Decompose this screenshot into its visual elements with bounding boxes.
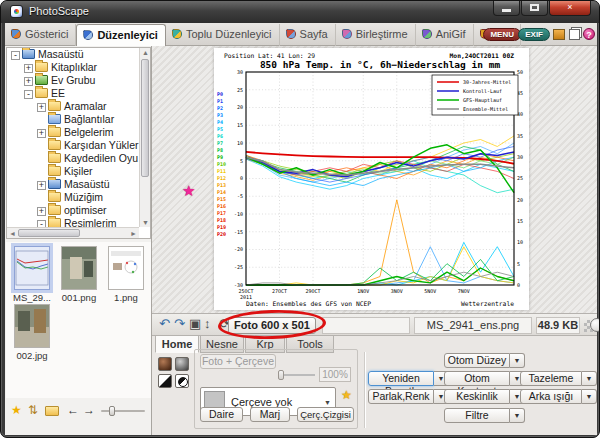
- svg-text:Wetterzentrale: Wetterzentrale: [461, 300, 514, 307]
- margin-button[interactable]: Marj: [250, 407, 290, 422]
- svg-text:5: 5: [517, 261, 520, 267]
- expand-icon[interactable]: +: [37, 181, 46, 190]
- tree-item-müziğim[interactable]: Müziğim: [7, 191, 150, 204]
- blackwhite-swatch-button[interactable]: [158, 374, 172, 388]
- tree-item-bağlantılar[interactable]: Bağlantılar: [7, 113, 150, 126]
- tab-sayfa[interactable]: Sayfa: [280, 24, 336, 46]
- chevron-down-icon[interactable]: ▼: [582, 371, 597, 386]
- tree-item-kaydedilen-oyu[interactable]: Kaydedilen Oyu: [7, 152, 150, 165]
- collapse-icon[interactable]: -: [11, 51, 20, 60]
- tree-item-kişiler[interactable]: Kişiler: [7, 165, 150, 178]
- tab-birleştirme[interactable]: Birleştirme: [336, 24, 416, 46]
- tree-item-optimiser[interactable]: +optimiser: [7, 204, 150, 217]
- tree-item-aramalar[interactable]: +Aramalar: [7, 100, 150, 113]
- loaded-image[interactable]: 25OCT201127OCT29OCT1NOV3NOV5NOV7NOV-30-2…: [214, 48, 529, 310]
- svg-text:P14: P14: [217, 189, 226, 195]
- svg-text:P11: P11: [217, 168, 226, 174]
- threshold-swatch-button[interactable]: [175, 374, 189, 388]
- folder-tree[interactable]: -Masaüstü+Kitaplıklar+Ev Grubu-EE+Aramal…: [6, 47, 151, 239]
- frame-slider[interactable]: [279, 374, 315, 376]
- undo-icon[interactable]: ↶: [159, 316, 170, 331]
- title-bar: PhotoScape ×: [1, 1, 599, 23]
- forward-icon[interactable]: →: [83, 403, 95, 417]
- otom-kontrast-button[interactable]: Otom Kontrast: [444, 371, 510, 386]
- tree-item-ev-grubu[interactable]: +Ev Grubu: [7, 74, 150, 87]
- resize-icon[interactable]: ↕: [204, 316, 211, 331]
- circle-button[interactable]: Daire: [200, 407, 243, 422]
- close-button[interactable]: ×: [549, 1, 591, 16]
- collapse-icon[interactable]: -: [24, 90, 33, 99]
- parlak-renk-button[interactable]: Parlak,Renk: [368, 389, 434, 404]
- yeniden-boyutl--button[interactable]: Yeniden Boyutl.: [368, 371, 434, 386]
- photo-size-button[interactable]: Foto 600 x 501: [228, 317, 316, 334]
- chevron-down-icon[interactable]: ▼: [582, 389, 597, 404]
- editor-tab-home[interactable]: Home: [155, 336, 199, 353]
- copy-icon[interactable]: [569, 29, 580, 40]
- expand-icon[interactable]: +: [37, 129, 46, 138]
- tazeleme-button[interactable]: Tazeleme: [520, 371, 582, 386]
- frame-line-button[interactable]: Çerç.Çizgisi: [297, 407, 354, 422]
- thumbnail-size-slider[interactable]: [101, 410, 145, 412]
- chevron-down-icon[interactable]: ▼: [510, 408, 525, 423]
- tree-item-ee[interactable]: -EE: [7, 87, 150, 100]
- svg-text:P16: P16: [217, 203, 226, 209]
- tab-gösterici[interactable]: Gösterici: [5, 24, 76, 46]
- tab-label: Birleştirme: [356, 28, 408, 40]
- svg-text:P7: P7: [217, 140, 223, 146]
- thumbnail-ms_29-[interactable]: MS_29...: [10, 246, 54, 303]
- redo-icon[interactable]: ↷: [174, 316, 185, 331]
- tab-toplu-düzenleyici[interactable]: Toplu Düzenleyici: [166, 24, 280, 46]
- sepia-swatch-button[interactable]: [158, 357, 172, 371]
- expand-icon[interactable]: +: [37, 103, 46, 112]
- refresh-icon[interactable]: ⇅: [28, 403, 38, 417]
- back-icon[interactable]: ←: [67, 403, 79, 417]
- tab-anigif[interactable]: AniGif: [416, 24, 474, 46]
- tree-item-belgelerim[interactable]: +Belgelerim: [7, 126, 150, 139]
- tree-item-masaüstü[interactable]: +Masaüstü: [7, 178, 150, 191]
- grayscale-swatch-button[interactable]: [175, 357, 189, 371]
- zoom-dial-icon[interactable]: [590, 318, 600, 332]
- thumbnail-image[interactable]: [108, 246, 144, 290]
- chevron-down-icon[interactable]: ▼: [510, 353, 525, 368]
- svg-text:P13: P13: [217, 182, 226, 188]
- tree-item-label: Belgelerim: [64, 126, 114, 138]
- exif-button[interactable]: EXIF: [518, 28, 550, 41]
- tab-label: Sayfa: [300, 28, 328, 40]
- thumbnail-001-png[interactable]: 001.png: [57, 246, 101, 303]
- thumbnail-image[interactable]: [14, 304, 50, 348]
- filtre-button[interactable]: Filtre: [444, 408, 510, 423]
- tree-horizontal-scrollbar[interactable]: ◄ ►: [7, 227, 139, 238]
- help-icon[interactable]: ?: [583, 28, 595, 40]
- otom-düzey-button[interactable]: Otom Düzey: [444, 353, 510, 368]
- menu-button[interactable]: MENU: [483, 28, 521, 41]
- svg-text:P17: P17: [217, 210, 226, 216]
- arka-ışığı-button[interactable]: Arka ışığı: [520, 389, 582, 404]
- expand-icon[interactable]: +: [24, 77, 33, 86]
- tab-düzenleyici[interactable]: Düzenleyici: [76, 24, 166, 46]
- thumbnail-002-jpg[interactable]: 002.jpg: [10, 304, 54, 361]
- folder-icon: [48, 166, 61, 176]
- open-folder-icon[interactable]: [45, 406, 59, 416]
- image-canvas[interactable]: 25OCT201127OCT29OCT1NOV3NOV5NOV7NOV-30-2…: [152, 46, 597, 313]
- expand-icon[interactable]: +: [37, 207, 46, 216]
- minimize-button[interactable]: [493, 1, 520, 16]
- tree-item-label: Masaüstü: [64, 178, 110, 190]
- svg-text:10: 10: [517, 239, 523, 245]
- favorites-star-icon[interactable]: ★: [11, 403, 22, 417]
- svg-text:29OCT: 29OCT: [305, 288, 320, 294]
- expand-icon[interactable]: +: [24, 64, 33, 73]
- thumbnail-1-png[interactable]: 1.png: [104, 246, 148, 303]
- svg-text:P19: P19: [217, 224, 226, 230]
- maximize-button[interactable]: [521, 1, 548, 16]
- tree-item-karşıdan-yükler[interactable]: Karşıdan Yükler: [7, 139, 150, 152]
- tree-item-masaüstü[interactable]: -Masaüstü: [7, 48, 150, 61]
- photo-frame-button[interactable]: Foto + Çerçeve: [200, 354, 276, 369]
- fit-screen-icon[interactable]: ▣: [189, 316, 201, 331]
- thumbnail-image[interactable]: [61, 246, 97, 290]
- favorite-frame-star-icon[interactable]: ★: [341, 388, 352, 402]
- tree-item-kitaplıklar[interactable]: +Kitaplıklar: [7, 61, 150, 74]
- photo-frame-icon[interactable]: [553, 29, 565, 40]
- keskinlik-button[interactable]: Keskinlik: [444, 389, 510, 404]
- thumbnail-image[interactable]: [14, 246, 50, 290]
- tree-vertical-scrollbar[interactable]: ▲ ▼: [139, 48, 150, 227]
